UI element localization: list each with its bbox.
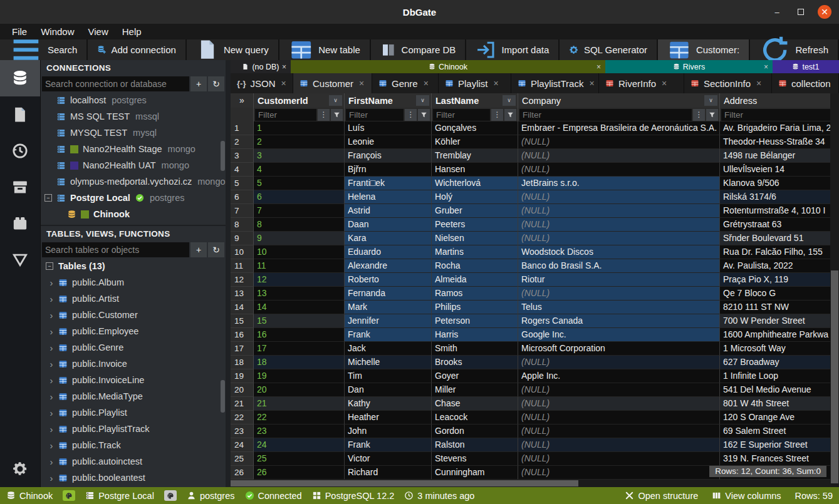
row-number[interactable]: 2 bbox=[231, 135, 254, 149]
row-number[interactable]: 22 bbox=[231, 411, 254, 424]
connections-refresh-button[interactable]: ↻ bbox=[208, 76, 224, 91]
cell-address[interactable]: 162 E Superior Street bbox=[720, 438, 830, 452]
table-item[interactable]: ›public.Track bbox=[41, 437, 226, 453]
tab-json[interactable]: {-}JSON× bbox=[231, 73, 293, 93]
cell-id[interactable]: 15 bbox=[254, 314, 345, 328]
row-number[interactable]: 21 bbox=[231, 397, 254, 411]
cell-first[interactable]: Jennifer bbox=[345, 314, 432, 328]
cell-address[interactable]: 541 Del Medio Avenue bbox=[720, 383, 830, 397]
cell-first[interactable]: Heather bbox=[345, 411, 432, 424]
chevron-right-icon[interactable]: › bbox=[47, 310, 56, 321]
cell-company[interactable]: (NULL) bbox=[518, 287, 720, 301]
close-icon[interactable]: × bbox=[424, 78, 429, 88]
column-header-address[interactable]: Address∨ bbox=[720, 93, 830, 108]
cell-last[interactable]: Chase bbox=[432, 397, 518, 411]
cell-last[interactable]: Smith bbox=[432, 342, 518, 356]
tab-sectioninfo[interactable]: SectionInfo× bbox=[684, 73, 772, 93]
table-item[interactable]: ›public.autoinctest bbox=[41, 453, 226, 470]
cell-first[interactable]: Eduardo bbox=[345, 245, 432, 259]
cell-address[interactable]: Theodor-Heuss-Straße 34 bbox=[720, 135, 830, 149]
cell-last[interactable]: Köhler bbox=[432, 135, 518, 149]
cell-address[interactable]: 1 Microsoft Way bbox=[720, 342, 830, 356]
row-number[interactable]: 14 bbox=[231, 301, 254, 314]
toolbar-context-table-button[interactable]: Customer: bbox=[658, 39, 749, 60]
tables-root-item[interactable]: −Tables (13) bbox=[41, 258, 226, 274]
cell-first[interactable]: Astrid bbox=[345, 204, 432, 218]
filter-input-last[interactable]: Filter bbox=[433, 109, 490, 121]
table-item[interactable]: ›public.MediaType bbox=[41, 388, 226, 404]
cell-company[interactable]: Microsoft Corporation bbox=[518, 342, 720, 356]
filter-menu-icon[interactable]: ⋮ bbox=[693, 109, 705, 121]
cell-company[interactable]: (NULL) bbox=[518, 218, 720, 232]
cell-last[interactable]: Holý bbox=[432, 190, 518, 204]
cell-address[interactable]: 1498 rue Bélanger bbox=[720, 149, 830, 163]
menu-view[interactable]: View bbox=[83, 25, 114, 38]
column-dropdown-icon[interactable]: ∨ bbox=[704, 95, 717, 106]
chevron-right-icon[interactable]: › bbox=[47, 375, 56, 386]
cell-company[interactable]: (NULL) bbox=[518, 149, 720, 163]
cell-company[interactable]: JetBrains s.r.o. bbox=[518, 177, 720, 190]
close-icon[interactable]: × bbox=[756, 78, 761, 88]
chevron-right-icon[interactable]: › bbox=[47, 456, 56, 467]
column-dropdown-icon[interactable]: ∨ bbox=[329, 95, 342, 106]
cell-id[interactable]: 25 bbox=[254, 452, 345, 466]
filter-input-company[interactable]: Filter bbox=[519, 109, 692, 121]
cell-address[interactable]: Klanova 9/506 bbox=[720, 177, 830, 190]
connections-scrollbar-thumb[interactable] bbox=[221, 141, 225, 171]
cell-company[interactable]: (NULL) bbox=[518, 204, 720, 218]
cell-last[interactable]: Goyer bbox=[432, 369, 518, 383]
toolbar-add-connection-button[interactable]: Add connection bbox=[88, 39, 185, 60]
table-item[interactable]: ›public.Artist bbox=[41, 291, 226, 307]
rail-file-item[interactable] bbox=[0, 96, 40, 133]
tab-group-chinook[interactable]: Chinook× bbox=[291, 60, 605, 73]
cell-address[interactable]: Rua Dr. Falcăo Filho, 155 bbox=[720, 245, 830, 259]
connections-search-input[interactable]: Search connection or database bbox=[42, 76, 189, 91]
cell-id[interactable]: 9 bbox=[254, 232, 345, 245]
rail-archive-item[interactable] bbox=[0, 169, 40, 205]
row-number[interactable]: 11 bbox=[231, 259, 254, 273]
toolbar-import-data-button[interactable]: Import data bbox=[466, 39, 558, 60]
maximize-button[interactable] bbox=[794, 5, 808, 19]
cell-id[interactable]: 23 bbox=[254, 424, 345, 438]
cell-company[interactable]: (NULL) bbox=[518, 232, 720, 245]
cell-first[interactable]: Alexandre bbox=[345, 259, 432, 273]
row-number[interactable]: 16 bbox=[231, 328, 254, 342]
cell-address[interactable]: Rilská 3174/6 bbox=[720, 190, 830, 204]
cell-last[interactable]: Tremblay bbox=[432, 149, 518, 163]
funnel-icon[interactable] bbox=[331, 109, 343, 121]
chevron-right-icon[interactable]: › bbox=[47, 342, 56, 353]
cell-first[interactable]: Leonie bbox=[345, 135, 432, 149]
toolbar-refresh-button[interactable]: Refresh bbox=[750, 39, 838, 60]
close-icon[interactable]: × bbox=[494, 78, 499, 88]
database-item[interactable]: Chinook bbox=[41, 206, 226, 222]
rail-triangle-item[interactable] bbox=[0, 242, 40, 278]
close-icon[interactable]: × bbox=[597, 63, 601, 71]
connection-item[interactable]: Nano2Health UATmongo bbox=[41, 157, 226, 173]
cell-id[interactable]: 3 bbox=[254, 149, 345, 163]
cell-last[interactable]: Brooks bbox=[432, 356, 518, 369]
row-number[interactable]: 13 bbox=[231, 287, 254, 301]
cell-last[interactable]: Hansen bbox=[432, 163, 518, 177]
close-icon[interactable]: × bbox=[662, 78, 667, 88]
cell-id[interactable]: 18 bbox=[254, 356, 345, 369]
row-number[interactable]: 4 bbox=[231, 163, 254, 177]
cell-address[interactable]: Av. Brigadeiro Faria Lima, 2 bbox=[720, 121, 830, 135]
cell-address[interactable]: 319 N. Frances Street bbox=[720, 452, 830, 466]
cell-company[interactable]: (NULL) bbox=[518, 466, 720, 480]
cell-id[interactable]: 1 bbox=[254, 121, 345, 135]
cell-last[interactable]: Almeida bbox=[432, 273, 518, 287]
close-icon[interactable]: × bbox=[764, 63, 768, 71]
connection-item[interactable]: MS SQL TESTmssql bbox=[41, 108, 226, 125]
cell-company[interactable]: (NULL) bbox=[518, 356, 720, 369]
toolbar-search-button[interactable]: Search bbox=[0, 39, 86, 60]
row-number[interactable]: 12 bbox=[231, 273, 254, 287]
tab-group--no-db-[interactable]: (no DB)× bbox=[231, 60, 291, 73]
cell-first[interactable]: Franti□ek bbox=[345, 177, 432, 190]
funnel-icon[interactable] bbox=[706, 109, 718, 121]
collapse-icon[interactable]: − bbox=[46, 262, 53, 270]
column-header-last[interactable]: LastName∨ bbox=[432, 93, 518, 108]
cell-id[interactable]: 16 bbox=[254, 328, 345, 342]
cell-address[interactable]: Grétrystraat 63 bbox=[720, 218, 830, 232]
horizontal-scrollbar[interactable] bbox=[231, 480, 830, 487]
filter-menu-icon[interactable]: ⋮ bbox=[491, 109, 503, 121]
